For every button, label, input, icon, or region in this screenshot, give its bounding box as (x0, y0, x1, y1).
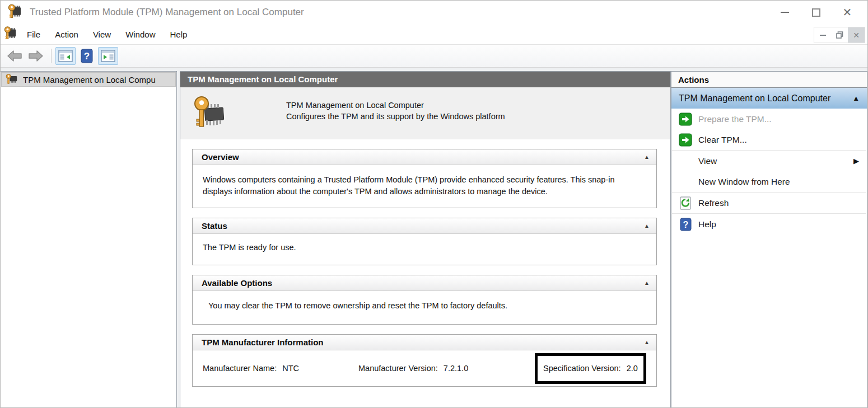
window-controls: ✕ (769, 1, 863, 24)
titlebar: Trusted Platform Module (TPM) Management… (1, 1, 867, 24)
section-status-body: The TPM is ready for use. (193, 234, 656, 265)
action-label: Clear TPM... (698, 135, 747, 145)
results-pane: TPM Management on Local Computer (180, 71, 671, 407)
menu-window[interactable]: Window (118, 24, 162, 44)
actions-group-collapse-button[interactable]: ▲ (852, 94, 860, 102)
forward-icon (28, 50, 44, 62)
action-clear-tpm[interactable]: Clear TPM... (671, 129, 867, 150)
forward-button[interactable] (26, 47, 46, 65)
banner-title: TPM Management on Local Computer (286, 100, 505, 111)
tpm-key-chip-icon-large (194, 96, 226, 134)
show-console-tree-button[interactable] (55, 47, 76, 65)
maximize-icon (812, 8, 820, 17)
menu-action[interactable]: Action (48, 24, 86, 44)
close-icon: ✕ (843, 7, 852, 18)
sections: Overview ▲ Windows computers containing … (180, 139, 670, 387)
action-prepare-tpm: Prepare the TPM... (671, 109, 867, 129)
toolbar-separator (51, 49, 52, 63)
child-minimize-button[interactable] (814, 27, 831, 43)
svg-text:?: ? (683, 220, 688, 229)
menu-help[interactable]: Help (162, 24, 194, 44)
back-button[interactable] (4, 47, 25, 65)
back-icon (7, 50, 22, 62)
actions-group-label: TPM Management on Local Computer (679, 93, 830, 104)
section-title: Overview (202, 152, 239, 162)
action-help[interactable]: ? Help (671, 214, 867, 235)
manufacturer-name-label: Manufacturer Name: (203, 363, 277, 374)
section-available-options-header: Available Options ▲ (193, 275, 656, 291)
help-button[interactable]: ? (77, 47, 97, 65)
console-tree-pane: TPM Management on Local Compu (1, 71, 177, 407)
show-action-pane-button[interactable] (98, 47, 118, 65)
child-restore-button[interactable] (831, 27, 848, 43)
specification-version-value: 2.0 (627, 363, 638, 374)
green-arrow-icon (679, 112, 692, 126)
manufacturer-version-value: 7.2.1.0 (444, 363, 468, 374)
section-manufacturer-info-header: TPM Manufacturer Information ▲ (193, 335, 656, 350)
banner-subtitle: Configures the TPM and its support by th… (286, 111, 505, 122)
collapse-overview-button[interactable]: ▲ (644, 154, 650, 160)
section-manufacturer-info-body: Manufacturer Name: NTC Manufacturer Vers… (193, 350, 656, 386)
collapse-manufacturer-button[interactable]: ▲ (644, 339, 650, 345)
tpm-key-icon-small (4, 26, 17, 43)
menu-file[interactable]: File (20, 24, 48, 44)
help-icon: ? (81, 49, 93, 63)
actions-pane: Actions TPM Management on Local Computer… (671, 71, 867, 407)
tpm-key-icon-tree (6, 73, 18, 86)
restore-icon (836, 31, 843, 39)
section-manufacturer-info: TPM Manufacturer Information ▲ Manufactu… (192, 334, 657, 387)
action-label: Help (698, 219, 716, 229)
section-overview-body: Windows computers containing a Trusted P… (193, 165, 656, 208)
collapse-status-button[interactable]: ▲ (644, 223, 650, 229)
minimize-icon (781, 12, 789, 13)
action-label: New Window from Here (698, 177, 790, 187)
action-refresh[interactable]: Refresh (671, 193, 867, 213)
action-new-window-from-here[interactable]: New Window from Here (671, 171, 867, 192)
collapse-options-button[interactable]: ▲ (644, 280, 650, 286)
section-title: TPM Manufacturer Information (202, 337, 324, 347)
help-icon: ? (679, 218, 692, 231)
action-label: Refresh (698, 198, 729, 208)
section-title: Status (202, 221, 227, 231)
green-arrow-icon (679, 133, 692, 147)
tree-item-tpm-management[interactable]: TPM Management on Local Compu (1, 72, 176, 87)
close-button[interactable]: ✕ (832, 1, 863, 24)
svg-text:?: ? (84, 51, 90, 62)
action-view[interactable]: View ▶ (671, 151, 867, 171)
actions-pane-title: Actions (671, 72, 867, 88)
section-status-header: Status ▲ (193, 218, 656, 234)
action-label: Prepare the TPM... (698, 114, 772, 124)
toolbar: ? (1, 45, 867, 68)
actions-group-header[interactable]: TPM Management on Local Computer ▲ (671, 88, 867, 109)
section-overview-header: Overview ▲ (193, 149, 656, 165)
manufacturer-name-value: NTC (282, 363, 299, 374)
tree-item-label: TPM Management on Local Compu (23, 75, 156, 85)
tpm-key-icon (8, 3, 22, 21)
snap-in-banner: TPM Management on Local Computer Configu… (180, 87, 670, 139)
specification-version-highlight-box: Specification Version: 2.0 (535, 353, 646, 384)
section-title: Available Options (202, 278, 272, 288)
console-content: TPM Management on Local Compu TPM Manage… (1, 68, 867, 407)
menubar: File Action View Window Help ✕ (1, 24, 867, 45)
submenu-arrow-icon: ▶ (853, 157, 859, 165)
section-available-options-body: You may clear the TPM to remove ownershi… (193, 291, 656, 324)
section-overview: Overview ▲ Windows computers containing … (192, 149, 657, 208)
child-window-controls: ✕ (814, 27, 865, 43)
specification-version-field: Specification Version: 2.0 (543, 363, 638, 374)
section-available-options: Available Options ▲ You may clear the TP… (192, 275, 657, 325)
minimize-button[interactable] (769, 1, 800, 24)
section-status: Status ▲ The TPM is ready for use. (192, 218, 657, 265)
manufacturer-version-label: Manufacturer Version: (358, 363, 438, 374)
console-tree-toggle-icon (58, 50, 73, 62)
maximize-button[interactable] (800, 1, 832, 24)
child-close-button[interactable]: ✕ (848, 27, 865, 43)
window-title: Trusted Platform Module (TPM) Management… (30, 7, 304, 18)
action-label: View (698, 156, 717, 166)
specification-version-label: Specification Version: (543, 363, 621, 374)
results-pane-header: TPM Management on Local Computer (180, 72, 670, 87)
action-pane-toggle-icon (101, 50, 115, 62)
manufacturer-name-field: Manufacturer Name: NTC (203, 363, 358, 374)
menu-view[interactable]: View (86, 24, 118, 44)
manufacturer-version-field: Manufacturer Version: 7.2.1.0 (358, 363, 535, 374)
close-icon: ✕ (853, 31, 860, 40)
